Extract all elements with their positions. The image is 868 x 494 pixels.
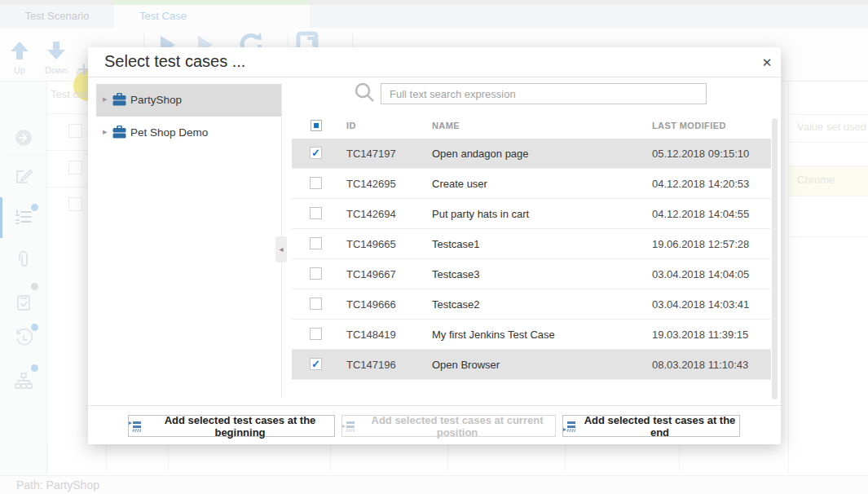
grid-line <box>47 444 48 473</box>
history-clock-icon <box>14 329 33 348</box>
row-checkbox[interactable] <box>310 267 322 280</box>
sidebar-item-edit[interactable] <box>14 166 33 186</box>
table-row[interactable]: TC142695 Create user 04.12.2018 14:20:53 <box>292 169 771 199</box>
cell-id: TC149666 <box>346 298 396 311</box>
table-row[interactable]: TC149665 Testcase1 19.06.2018 12:57:28 <box>292 229 771 259</box>
row-checkbox[interactable]: ✓ <box>310 147 322 159</box>
add-at-beginning-button[interactable]: Add selected test cases at the beginning <box>128 415 335 437</box>
table-row[interactable]: TC142694 Put party hats in cart 04.12.20… <box>292 199 771 229</box>
panel-collapse-handle[interactable]: ◂ <box>275 236 287 262</box>
checklist-badge-dot <box>31 283 38 290</box>
grid-line <box>788 236 868 237</box>
tree-item-pet-shop-demo[interactable]: ▸ Pet Shop Demo <box>96 117 281 149</box>
background-row-checkbox[interactable] <box>68 161 82 174</box>
table-row[interactable]: TC149666 Testcase2 03.04.2018 14:03:41 <box>292 289 771 320</box>
cell-last-modified: 08.03.2018 11:10:43 <box>652 359 748 371</box>
move-up-label: Up <box>8 65 31 75</box>
cell-name: Testcase2 <box>432 298 480 311</box>
search-input[interactable] <box>381 83 707 104</box>
move-down-label: Down <box>42 65 70 75</box>
arrow-up-icon <box>8 39 31 62</box>
row-checkbox[interactable] <box>310 237 322 249</box>
add-at-end-button[interactable]: Add selected test cases at the end <box>562 415 740 437</box>
column-header-name[interactable]: NAME <box>432 121 460 130</box>
cell-last-modified: 19.03.2018 11:39:15 <box>652 329 748 341</box>
sidebar-divider <box>5 155 42 156</box>
cell-id: TC148419 <box>346 329 396 341</box>
sidebar-item-history[interactable] <box>14 329 33 348</box>
arrow-down-icon <box>45 39 68 62</box>
cell-id: TC142694 <box>346 208 396 220</box>
caret-right-icon[interactable]: ▸ <box>103 94 108 104</box>
cell-last-modified: 03.04.2018 14:04:05 <box>652 268 749 280</box>
search-icon <box>354 82 375 103</box>
background-row-checkbox[interactable] <box>68 197 82 211</box>
caret-right-icon[interactable]: ▸ <box>103 126 108 137</box>
sitemap-icon <box>14 371 33 390</box>
table-scrollbar[interactable] <box>772 118 778 399</box>
grid-line <box>168 444 169 473</box>
tab-test-case[interactable]: Test Case <box>114 5 310 28</box>
sidebar-item-hierarchy[interactable] <box>14 371 33 390</box>
cell-id: TC147196 <box>346 359 396 371</box>
cell-name: My first Jenkins Test Case <box>432 329 555 341</box>
cell-last-modified: 04.12.2018 14:04:55 <box>652 208 749 220</box>
grid-line <box>679 444 680 473</box>
tree-item-partyshop[interactable]: ▸ PartyShop <box>96 84 281 117</box>
cell-id: TC149667 <box>346 268 396 280</box>
sidebar-item-attachments[interactable] <box>14 249 33 269</box>
project-tree: ▸ PartyShop ▸ Pet Shop Demo <box>96 84 281 149</box>
active-sidebar-indicator <box>0 197 2 238</box>
select-all-checkbox[interactable] <box>311 120 322 131</box>
table-row[interactable]: ✓ TC147197 Open andagon page 05.12.2018 … <box>292 139 771 169</box>
clipboard-check-icon <box>14 293 33 312</box>
tab-test-case-label: Test Case <box>114 5 212 28</box>
checkmark-icon: ✓ <box>311 147 320 159</box>
button-label: Add selected test cases at the end <box>580 414 739 439</box>
sidebar-item-run[interactable] <box>14 128 33 148</box>
value-set-cell[interactable]: Chrome <box>789 166 868 196</box>
row-checkbox[interactable] <box>310 177 322 189</box>
cell-id: TC142695 <box>346 178 396 190</box>
column-header-last-modified[interactable]: LAST MODIFIED <box>652 121 726 130</box>
background-row-checkbox[interactable] <box>68 124 82 138</box>
briefcase-icon <box>112 126 126 139</box>
cell-name: Testcase3 <box>432 268 480 280</box>
cell-last-modified: 05.12.2018 09:15:10 <box>652 148 749 160</box>
row-checkbox[interactable] <box>310 207 322 219</box>
cell-name: Testcase1 <box>432 238 480 250</box>
table-row[interactable]: TC148419 My first Jenkins Test Case 19.0… <box>292 320 771 350</box>
cell-last-modified: 03.04.2018 14:03:41 <box>652 298 749 311</box>
column-header-id[interactable]: ID <box>346 121 356 130</box>
sidebar-item-steps[interactable] <box>14 207 33 227</box>
table-header: ID NAME LAST MODIFIED <box>292 115 771 138</box>
value-set-column-header: Value set used <box>797 121 866 133</box>
sidebar-item-checklist[interactable] <box>14 293 33 312</box>
paperclip-icon <box>14 249 33 269</box>
move-up-button[interactable]: Up <box>8 39 31 77</box>
edit-icon <box>14 166 33 186</box>
insert-list-middle-icon <box>342 421 355 432</box>
cell-id: TC147197 <box>346 148 396 160</box>
cell-last-modified: 04.12.2018 14:20:53 <box>652 178 749 190</box>
close-icon[interactable]: ✕ <box>758 54 776 72</box>
row-checkbox[interactable] <box>310 328 322 340</box>
grid-line <box>788 82 789 473</box>
table-row[interactable]: ✓ TC147196 Open Browser 08.03.2018 11:10… <box>292 350 771 380</box>
row-checkbox[interactable] <box>310 298 322 310</box>
table-row[interactable]: TC149667 Testcase3 03.04.2018 14:04:05 <box>292 259 771 289</box>
grid-line <box>788 142 868 143</box>
grid-line <box>788 196 868 196</box>
grid-line <box>565 444 566 473</box>
dialog-header: Select test cases ... ✕ <box>88 47 781 77</box>
arrow-circle-icon <box>14 128 33 148</box>
cell-last-modified: 19.06.2018 12:57:28 <box>652 238 749 250</box>
row-checkbox[interactable]: ✓ <box>310 358 322 370</box>
briefcase-icon <box>112 93 126 106</box>
tab-test-scenario[interactable]: Test Scenario <box>0 5 114 28</box>
add-at-current-position-button[interactable]: Add selected test cases at current posit… <box>341 415 556 437</box>
dialog-title: Select test cases ... <box>104 52 245 71</box>
tab-bar: Test Scenario Test Case <box>0 5 868 28</box>
value-set-cell-text: Chrome <box>797 174 835 186</box>
move-down-button[interactable]: Down <box>42 39 70 77</box>
